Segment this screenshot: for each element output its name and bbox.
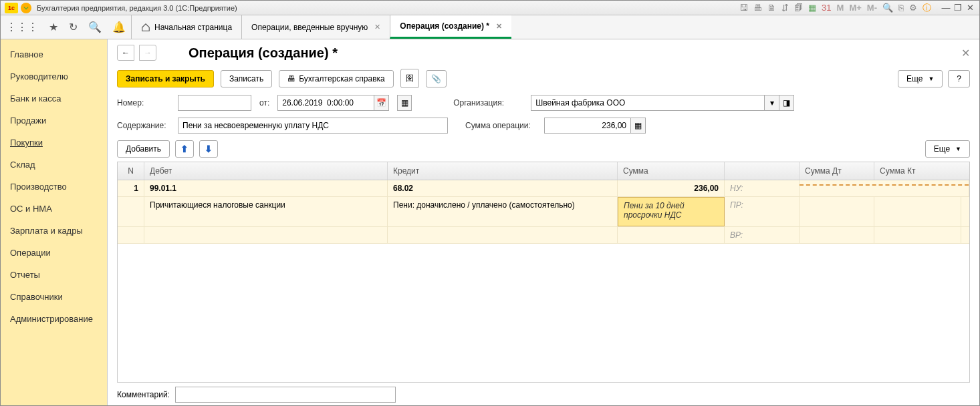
opsum-label: Сумма операции: <box>465 121 540 130</box>
page-title: Операция (создание) * <box>189 45 338 61</box>
save-button[interactable]: Записать <box>221 70 272 87</box>
app-menu-dropdown[interactable] <box>21 3 31 13</box>
entries-table: N Дебет Кредит Сумма Сумма Дт Сумма Кт 1… <box>117 162 970 383</box>
save-and-close-button[interactable]: Записать и закрыть <box>117 70 214 87</box>
tab-close-icon[interactable]: ✕ <box>496 22 502 31</box>
mplus-label[interactable]: M+ <box>848 3 862 13</box>
minimize-icon[interactable]: — <box>941 3 951 13</box>
cell-skt[interactable] <box>874 197 961 226</box>
copy-icon[interactable]: 🗐 <box>793 3 804 13</box>
settings-icon[interactable]: ⚙ <box>908 3 918 13</box>
sidebar-item-manager[interactable]: Руководителю <box>1 65 107 87</box>
m-label[interactable]: M <box>836 3 846 13</box>
tab-home-label: Начальная страница <box>154 23 232 32</box>
org-open-icon[interactable]: ◨ <box>779 95 794 111</box>
calendar-icon[interactable]: 31 <box>820 3 832 13</box>
number-input[interactable] <box>178 95 251 111</box>
org-dropdown-icon[interactable]: ▾ <box>765 95 779 111</box>
sidebar-item-bank[interactable]: Банк и касса <box>1 87 107 110</box>
cell-credit-sub[interactable]: Пени: доначислено / уплачено (самостояте… <box>388 197 618 226</box>
tab-operation-create[interactable]: Операция (создание) * ✕ <box>390 15 511 39</box>
help-button[interactable]: ? <box>948 70 970 87</box>
number-label: Номер: <box>117 98 174 108</box>
print-icon[interactable]: 🖶 <box>752 3 763 13</box>
sidebar-item-hr[interactable]: Зарплата и кадры <box>1 220 107 242</box>
move-down-button[interactable]: ⬇ <box>199 140 218 158</box>
date-extra-button[interactable]: ▦ <box>397 95 412 111</box>
preview-icon[interactable]: 🗎 <box>766 3 777 13</box>
cell-debit-sub[interactable]: Причитающиеся налоговые санкции <box>144 197 388 226</box>
add-row-button[interactable]: Добавить <box>117 140 170 158</box>
content-input[interactable] <box>178 118 448 134</box>
bell-icon[interactable]: 🔔 <box>112 21 126 33</box>
cell-sum-edit[interactable]: Пени за 10 дней просрочки НДС <box>618 197 725 226</box>
sidebar-item-warehouse[interactable]: Склад <box>1 154 107 176</box>
cell-pr: ПР: <box>725 197 800 226</box>
calculator-icon[interactable]: ▦ <box>807 3 818 13</box>
table-more-button[interactable]: Еще▼ <box>925 140 970 158</box>
calc-icon[interactable]: ▦ <box>631 118 646 134</box>
cell-sum[interactable]: 236,00 <box>618 180 725 196</box>
comment-input[interactable] <box>175 387 396 403</box>
nav-back-button[interactable]: ← <box>117 45 134 61</box>
sidebar-item-assets[interactable]: ОС и НМА <box>1 198 107 220</box>
search-icon[interactable]: 🔍 <box>88 21 102 33</box>
sidebar-item-catalogs[interactable]: Справочники <box>1 286 107 308</box>
sidebar-item-reports[interactable]: Отчеты <box>1 264 107 286</box>
sidebar-item-operations[interactable]: Операции <box>1 242 107 264</box>
attachment-button[interactable]: 📎 <box>426 70 447 87</box>
table-row[interactable]: 1 99.01.1 68.02 236,00 НУ: <box>118 180 969 197</box>
sidebar-item-main[interactable]: Главное <box>1 43 107 65</box>
tab-operations-list[interactable]: Операции, введенные вручную ✕ <box>241 15 390 39</box>
date-input[interactable] <box>277 95 374 111</box>
cell-nu: НУ: <box>725 180 800 196</box>
info-icon[interactable]: ⓘ <box>921 2 933 14</box>
compare-icon[interactable]: ⇵ <box>780 3 790 13</box>
sidebar-item-production[interactable]: Производство <box>1 176 107 198</box>
page-close-icon[interactable]: ✕ <box>961 47 970 59</box>
sidebar-item-purchases[interactable]: Покупки <box>1 132 107 154</box>
content-area: ← → Операция (создание) * ✕ Записать и з… <box>108 39 979 406</box>
cell-vr: ВР: <box>725 227 800 243</box>
col-sum-kt[interactable]: Сумма Кт <box>874 162 961 180</box>
col-credit[interactable]: Кредит <box>388 162 618 180</box>
sidebar-item-admin[interactable]: Администрирование <box>1 308 107 330</box>
accounting-report-button[interactable]: 🖶 Бухгалтерская справка <box>279 70 394 87</box>
link-icon[interactable]: ⎘ <box>897 3 905 13</box>
tab-label: Операции, введенные вручную <box>251 23 368 32</box>
star-icon[interactable]: ★ <box>49 21 58 33</box>
col-sum[interactable]: Сумма <box>618 162 725 180</box>
tab-icon-group: ⋮⋮⋮ ★ ↻ 🔍 🔔 <box>1 15 131 39</box>
move-up-button[interactable]: ⬆ <box>175 140 194 158</box>
report-label: Бухгалтерская справка <box>299 74 385 83</box>
tab-close-icon[interactable]: ✕ <box>374 23 380 31</box>
chevron-down-icon: ▼ <box>928 75 934 82</box>
from-label: от: <box>259 98 269 108</box>
col-debit[interactable]: Дебет <box>144 162 388 180</box>
mminus-label[interactable]: M- <box>866 3 878 13</box>
cell-debit-acct[interactable]: 99.01.1 <box>144 180 388 196</box>
opsum-input[interactable] <box>544 118 631 134</box>
calendar-picker-icon[interactable]: 📅 <box>374 95 389 111</box>
nav-forward-button[interactable]: → <box>139 45 156 61</box>
print-icon: 🖶 <box>287 74 295 83</box>
more-button[interactable]: Еще▼ <box>898 70 943 87</box>
home-icon <box>141 23 150 32</box>
cell-credit-acct[interactable]: 68.02 <box>388 180 618 196</box>
table-row[interactable]: Причитающиеся налоговые санкции Пени: до… <box>118 197 969 227</box>
close-icon[interactable]: ✕ <box>965 3 975 13</box>
table-row[interactable]: ВР: <box>118 227 969 244</box>
cell-sdt[interactable] <box>800 197 874 226</box>
tab-home[interactable]: Начальная страница <box>131 15 241 39</box>
sidebar-item-sales[interactable]: Продажи <box>1 110 107 132</box>
org-input[interactable] <box>531 95 765 111</box>
zoom-icon[interactable]: 🔍 <box>881 3 894 13</box>
app-logo: 1c <box>5 3 18 13</box>
history-icon[interactable]: ↻ <box>69 21 78 33</box>
apps-icon[interactable]: ⋮⋮⋮ <box>6 21 38 33</box>
comment-label: Комментарий: <box>117 390 170 399</box>
save-icon[interactable]: 🖫 <box>738 3 749 13</box>
restore-icon[interactable]: ❐ <box>953 3 963 13</box>
link-type-button[interactable]: 囹 <box>400 69 419 88</box>
col-sum-dt[interactable]: Сумма Дт <box>800 162 874 180</box>
